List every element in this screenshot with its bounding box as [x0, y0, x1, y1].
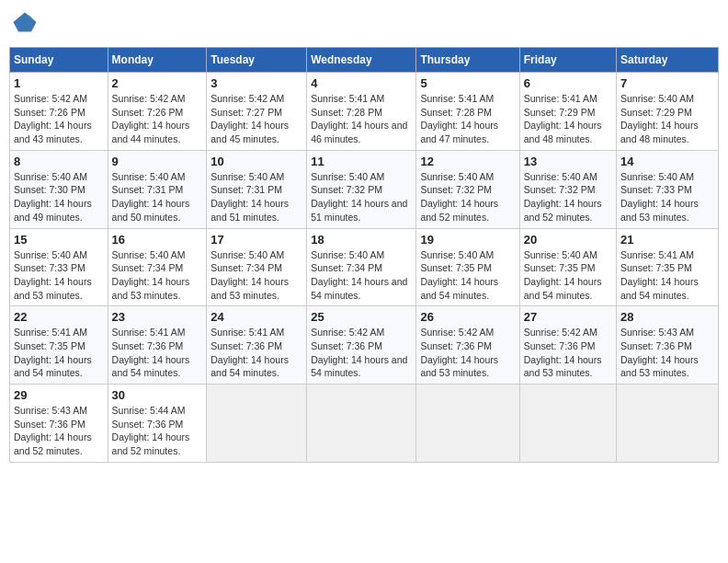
day-number: 15 — [14, 233, 104, 247]
calendar-cell: 12 Sunrise: 5:40 AMSunset: 7:32 PMDaylig… — [416, 150, 519, 228]
calendar-week-3: 15 Sunrise: 5:40 AMSunset: 7:33 PMDaylig… — [10, 228, 719, 306]
day-info: Sunrise: 5:41 AMSunset: 7:36 PMDaylight:… — [210, 327, 289, 378]
day-number: 14 — [620, 155, 714, 168]
calendar-cell: 26 Sunrise: 5:42 AMSunset: 7:36 PMDaylig… — [416, 306, 519, 385]
calendar-cell: 10 Sunrise: 5:40 AMSunset: 7:31 PMDaylig… — [207, 150, 307, 228]
logo — [9, 9, 38, 40]
calendar-week-1: 1 Sunrise: 5:42 AMSunset: 7:26 PMDayligh… — [10, 73, 719, 151]
svg-marker-0 — [13, 13, 36, 32]
day-number: 1 — [14, 76, 104, 90]
calendar-cell: 23 Sunrise: 5:41 AMSunset: 7:36 PMDaylig… — [108, 306, 207, 385]
day-number: 17 — [210, 233, 302, 247]
day-number: 6 — [524, 76, 612, 90]
day-number: 26 — [420, 310, 515, 324]
calendar-cell: 20 Sunrise: 5:40 AMSunset: 7:35 PMDaylig… — [519, 228, 616, 306]
day-info: Sunrise: 5:42 AMSunset: 7:26 PMDaylight:… — [112, 93, 190, 144]
calendar-week-4: 22 Sunrise: 5:41 AMSunset: 7:35 PMDaylig… — [10, 306, 719, 385]
day-number: 5 — [420, 76, 515, 90]
calendar-cell: 30 Sunrise: 5:44 AMSunset: 7:36 PMDaylig… — [108, 385, 207, 463]
col-header-wednesday: Wednesday — [307, 48, 416, 73]
col-header-monday: Monday — [108, 48, 207, 73]
calendar-cell: 6 Sunrise: 5:41 AMSunset: 7:29 PMDayligh… — [519, 73, 616, 151]
day-number: 11 — [311, 155, 412, 168]
day-info: Sunrise: 5:41 AMSunset: 7:28 PMDaylight:… — [311, 93, 407, 144]
calendar-cell: 27 Sunrise: 5:42 AMSunset: 7:36 PMDaylig… — [519, 306, 616, 385]
day-number: 27 — [524, 310, 612, 324]
col-header-sunday: Sunday — [10, 48, 108, 73]
day-info: Sunrise: 5:40 AMSunset: 7:32 PMDaylight:… — [524, 171, 602, 223]
day-info: Sunrise: 5:40 AMSunset: 7:34 PMDaylight:… — [210, 249, 289, 301]
day-info: Sunrise: 5:40 AMSunset: 7:31 PMDaylight:… — [112, 171, 190, 223]
day-info: Sunrise: 5:40 AMSunset: 7:34 PMDaylight:… — [311, 249, 407, 301]
calendar-cell: 11 Sunrise: 5:40 AMSunset: 7:32 PMDaylig… — [307, 150, 416, 228]
day-number: 4 — [311, 76, 412, 90]
day-info: Sunrise: 5:40 AMSunset: 7:31 PMDaylight:… — [210, 171, 289, 223]
day-number: 16 — [112, 233, 203, 247]
day-info: Sunrise: 5:42 AMSunset: 7:36 PMDaylight:… — [311, 327, 407, 378]
calendar-cell: 25 Sunrise: 5:42 AMSunset: 7:36 PMDaylig… — [307, 306, 416, 385]
day-number: 20 — [524, 233, 612, 247]
day-number: 24 — [210, 310, 302, 324]
calendar-cell: 22 Sunrise: 5:41 AMSunset: 7:35 PMDaylig… — [10, 306, 108, 385]
calendar-week-5: 29 Sunrise: 5:43 AMSunset: 7:36 PMDaylig… — [10, 385, 719, 463]
day-info: Sunrise: 5:44 AMSunset: 7:36 PMDaylight:… — [112, 405, 190, 456]
day-number: 10 — [210, 155, 302, 168]
day-info: Sunrise: 5:40 AMSunset: 7:34 PMDaylight:… — [112, 249, 190, 301]
calendar-cell: 13 Sunrise: 5:40 AMSunset: 7:32 PMDaylig… — [519, 150, 616, 228]
day-info: Sunrise: 5:43 AMSunset: 7:36 PMDaylight:… — [620, 327, 699, 378]
day-number: 3 — [210, 76, 302, 90]
calendar-cell: 29 Sunrise: 5:43 AMSunset: 7:36 PMDaylig… — [10, 385, 108, 463]
day-info: Sunrise: 5:41 AMSunset: 7:35 PMDaylight:… — [14, 327, 92, 378]
calendar-cell: 18 Sunrise: 5:40 AMSunset: 7:34 PMDaylig… — [307, 228, 416, 306]
calendar-cell: 24 Sunrise: 5:41 AMSunset: 7:36 PMDaylig… — [207, 306, 307, 385]
calendar-cell — [207, 385, 307, 463]
col-header-friday: Friday — [519, 48, 616, 73]
col-header-thursday: Thursday — [416, 48, 519, 73]
calendar-cell — [307, 385, 416, 463]
col-header-saturday: Saturday — [617, 48, 719, 73]
calendar-cell: 4 Sunrise: 5:41 AMSunset: 7:28 PMDayligh… — [307, 73, 416, 151]
calendar-cell — [416, 385, 519, 463]
day-number: 19 — [420, 233, 515, 247]
calendar-cell: 15 Sunrise: 5:40 AMSunset: 7:33 PMDaylig… — [10, 228, 108, 306]
day-number: 9 — [112, 155, 203, 168]
day-number: 23 — [112, 310, 203, 324]
day-info: Sunrise: 5:42 AMSunset: 7:26 PMDaylight:… — [14, 93, 92, 144]
day-number: 2 — [112, 76, 203, 90]
col-header-tuesday: Tuesday — [207, 48, 307, 73]
calendar-cell: 28 Sunrise: 5:43 AMSunset: 7:36 PMDaylig… — [617, 306, 719, 385]
day-number: 13 — [524, 155, 612, 168]
day-info: Sunrise: 5:40 AMSunset: 7:32 PMDaylight:… — [311, 171, 407, 223]
calendar-cell — [519, 385, 616, 463]
day-number: 25 — [311, 310, 412, 324]
logo-icon — [12, 9, 38, 35]
day-number: 12 — [420, 155, 515, 168]
calendar-cell: 7 Sunrise: 5:40 AMSunset: 7:29 PMDayligh… — [617, 73, 719, 151]
calendar-cell: 1 Sunrise: 5:42 AMSunset: 7:26 PMDayligh… — [10, 73, 108, 151]
day-info: Sunrise: 5:40 AMSunset: 7:35 PMDaylight:… — [524, 249, 602, 301]
day-info: Sunrise: 5:42 AMSunset: 7:27 PMDaylight:… — [210, 93, 289, 144]
calendar-cell: 21 Sunrise: 5:41 AMSunset: 7:35 PMDaylig… — [617, 228, 719, 306]
calendar-cell: 17 Sunrise: 5:40 AMSunset: 7:34 PMDaylig… — [207, 228, 307, 306]
calendar-cell: 3 Sunrise: 5:42 AMSunset: 7:27 PMDayligh… — [207, 73, 307, 151]
day-number: 30 — [112, 388, 203, 402]
day-info: Sunrise: 5:40 AMSunset: 7:32 PMDaylight:… — [420, 171, 498, 223]
calendar-cell: 2 Sunrise: 5:42 AMSunset: 7:26 PMDayligh… — [108, 73, 207, 151]
day-info: Sunrise: 5:41 AMSunset: 7:36 PMDaylight:… — [112, 327, 190, 378]
day-number: 8 — [14, 155, 104, 168]
calendar-cell: 19 Sunrise: 5:40 AMSunset: 7:35 PMDaylig… — [416, 228, 519, 306]
day-info: Sunrise: 5:41 AMSunset: 7:28 PMDaylight:… — [420, 93, 498, 144]
calendar-cell: 14 Sunrise: 5:40 AMSunset: 7:33 PMDaylig… — [617, 150, 719, 228]
day-info: Sunrise: 5:42 AMSunset: 7:36 PMDaylight:… — [420, 327, 498, 378]
day-number: 28 — [620, 310, 714, 324]
day-info: Sunrise: 5:42 AMSunset: 7:36 PMDaylight:… — [524, 327, 602, 378]
day-number: 18 — [311, 233, 412, 247]
calendar-cell: 5 Sunrise: 5:41 AMSunset: 7:28 PMDayligh… — [416, 73, 519, 151]
calendar-cell: 16 Sunrise: 5:40 AMSunset: 7:34 PMDaylig… — [108, 228, 207, 306]
day-info: Sunrise: 5:40 AMSunset: 7:33 PMDaylight:… — [620, 171, 699, 223]
day-info: Sunrise: 5:40 AMSunset: 7:35 PMDaylight:… — [420, 249, 498, 301]
day-info: Sunrise: 5:40 AMSunset: 7:33 PMDaylight:… — [14, 249, 92, 301]
day-number: 22 — [14, 310, 104, 324]
day-info: Sunrise: 5:40 AMSunset: 7:29 PMDaylight:… — [620, 93, 699, 144]
day-info: Sunrise: 5:41 AMSunset: 7:35 PMDaylight:… — [620, 249, 699, 301]
